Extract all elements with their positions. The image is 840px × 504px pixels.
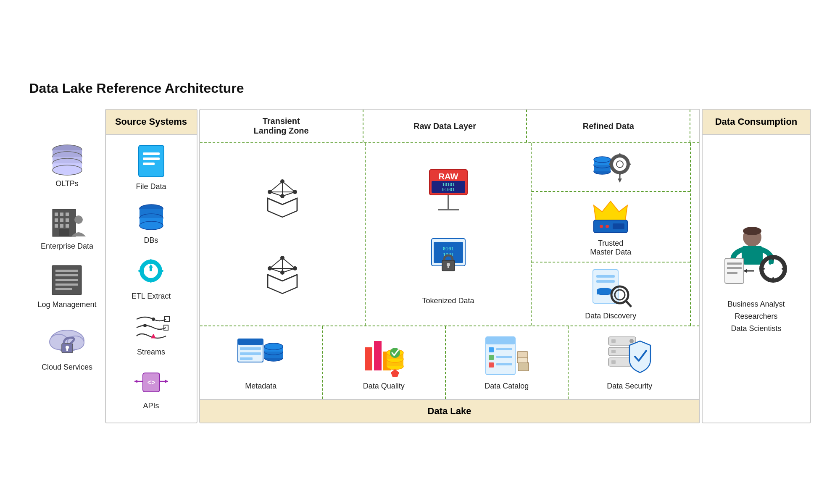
svg-rect-146 — [489, 355, 494, 360]
cloud-services-icon — [44, 322, 90, 360]
svg-rect-20 — [55, 270, 78, 272]
svg-rect-147 — [489, 362, 494, 368]
landing-zone-icon-1 — [259, 173, 305, 219]
data-security-icon — [606, 335, 653, 377]
svg-rect-45 — [150, 279, 152, 283]
svg-rect-113 — [613, 223, 624, 229]
svg-rect-134 — [374, 341, 382, 370]
refined-data-icon — [590, 148, 632, 186]
svg-point-64 — [280, 179, 284, 184]
discovery-icon — [590, 268, 632, 307]
svg-rect-126 — [240, 352, 261, 355]
svg-rect-152 — [518, 362, 529, 371]
data-lake-upper-body: RAW 10101 01001 — [200, 143, 699, 326]
svg-rect-116 — [596, 280, 615, 283]
data-lake-bottom-row: Metadata — [200, 326, 699, 399]
svg-point-50 — [143, 324, 147, 327]
trusted-master-section: TrustedMaster Data — [532, 192, 690, 262]
svg-rect-46 — [138, 270, 142, 272]
svg-text:<>: <> — [147, 379, 155, 386]
svg-point-164 — [743, 227, 761, 235]
svg-point-18 — [74, 215, 83, 224]
oltp-icon-item: OLTPs — [46, 142, 88, 188]
svg-rect-21 — [55, 274, 78, 276]
consumption-column: Data Consumption — [702, 109, 811, 423]
streams-icon — [132, 311, 170, 344]
streams-item: Streams — [132, 311, 170, 357]
svg-rect-106 — [627, 163, 631, 165]
left-source-icons: OLTPs — [29, 109, 105, 423]
svg-rect-153 — [517, 358, 528, 363]
svg-point-79 — [280, 270, 284, 275]
svg-rect-150 — [496, 363, 512, 365]
refined-header: Refined Data — [527, 110, 690, 142]
svg-point-111 — [600, 225, 603, 228]
svg-rect-13 — [66, 218, 69, 222]
svg-rect-11 — [55, 218, 58, 222]
data-lake-area: TransientLanding Zone Raw Data Layer Ref… — [199, 109, 700, 423]
svg-point-132 — [264, 343, 283, 350]
enterprise-icon-item: Enterprise Data — [41, 201, 93, 251]
svg-point-78 — [293, 266, 297, 270]
svg-line-122 — [626, 301, 631, 306]
svg-marker-171 — [744, 269, 747, 273]
trusted-master-label: TrustedMaster Data — [590, 239, 631, 257]
svg-rect-168 — [727, 267, 742, 269]
svg-rect-145 — [489, 347, 494, 352]
svg-marker-51 — [151, 334, 155, 338]
svg-point-173 — [768, 264, 778, 274]
etl-icon — [134, 255, 168, 289]
data-lake-headers: TransientLanding Zone Raw Data Layer Ref… — [200, 110, 699, 143]
cloud-label: Cloud Services — [42, 363, 92, 372]
svg-rect-103 — [619, 153, 621, 158]
svg-rect-176 — [760, 268, 765, 270]
svg-rect-12 — [60, 218, 63, 222]
file-data-label: File Data — [136, 182, 166, 191]
file-data-icon — [134, 143, 168, 179]
svg-rect-159 — [611, 350, 616, 353]
svg-rect-105 — [609, 163, 613, 165]
metadata-icon — [236, 335, 286, 377]
etl-label: ETL Extract — [132, 292, 171, 301]
svg-rect-31 — [139, 145, 164, 177]
svg-marker-42 — [149, 264, 153, 268]
svg-rect-15 — [60, 224, 63, 228]
consumption-body: Business AnalystResearchersData Scientis… — [703, 135, 810, 423]
svg-rect-33 — [143, 158, 160, 160]
consumption-header: Data Consumption — [703, 110, 810, 135]
empty-header — [690, 110, 699, 142]
svg-point-112 — [606, 225, 609, 228]
data-catalog-icon — [484, 335, 530, 377]
source-systems-body: File Data DBs — [106, 135, 197, 423]
svg-rect-95 — [448, 265, 449, 268]
svg-marker-109 — [594, 201, 627, 220]
consumption-roles: Business AnalystResearchersData Scientis… — [727, 298, 785, 334]
svg-rect-133 — [365, 347, 372, 370]
svg-rect-17 — [59, 229, 69, 236]
svg-text:RAW: RAW — [438, 172, 458, 181]
svg-rect-9 — [60, 213, 63, 216]
analyst-icon — [723, 223, 790, 290]
svg-rect-149 — [496, 356, 512, 358]
security-cell: Data Security — [569, 326, 691, 399]
api-item: <> APIs — [132, 367, 170, 410]
api-label: APIs — [143, 402, 159, 410]
refined-body: TrustedMaster Data — [532, 143, 691, 326]
svg-rect-156 — [611, 339, 616, 343]
svg-rect-167 — [727, 262, 742, 265]
source-systems-header: Source Systems — [106, 110, 197, 135]
svg-marker-57 — [165, 380, 168, 383]
data-lake-footer: Data Lake — [200, 399, 699, 423]
svg-rect-30 — [66, 347, 68, 351]
svg-rect-44 — [150, 259, 152, 262]
svg-point-48 — [152, 318, 155, 321]
svg-point-76 — [280, 256, 284, 260]
raw-body: RAW 10101 01001 — [366, 143, 532, 326]
transient-header: TransientLanding Zone — [200, 110, 363, 142]
svg-point-6 — [53, 165, 82, 175]
svg-rect-144 — [486, 337, 515, 344]
quality-label: Data Quality — [363, 382, 405, 391]
source-systems-column: Source Systems File Data — [105, 109, 197, 423]
file-data-item: File Data — [134, 143, 168, 191]
security-label: Data Security — [607, 382, 652, 391]
